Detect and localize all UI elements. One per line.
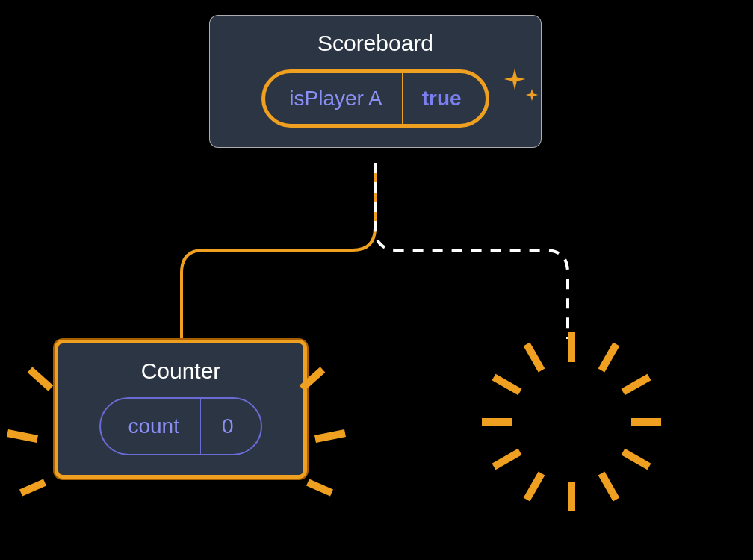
svg-line-16 — [494, 377, 520, 392]
state-value: 0 — [201, 399, 261, 454]
svg-line-13 — [527, 473, 542, 500]
svg-line-0 — [30, 370, 51, 388]
svg-line-10 — [623, 452, 649, 467]
state-value: true — [403, 73, 486, 124]
svg-line-4 — [315, 433, 345, 439]
svg-line-2 — [21, 482, 45, 493]
svg-line-17 — [527, 344, 542, 370]
svg-line-8 — [623, 377, 649, 392]
diagram-canvas: Scoreboard isPlayer A true Counter count… — [0, 0, 753, 560]
svg-line-5 — [308, 482, 332, 493]
counter-node: Counter count 0 — [54, 339, 308, 479]
scoreboard-title: Scoreboard — [232, 31, 518, 56]
svg-line-11 — [601, 473, 616, 500]
counter-state-pill: count 0 — [99, 397, 261, 455]
state-label: count — [101, 399, 201, 454]
sparkle-icon — [502, 66, 527, 92]
scoreboard-state-pill: isPlayer A true — [261, 69, 489, 128]
sparkle-icon — [524, 87, 539, 102]
svg-line-7 — [601, 344, 616, 370]
svg-line-1 — [7, 433, 37, 439]
counter-title: Counter — [81, 358, 281, 384]
burst-icon — [463, 314, 680, 530]
state-label: isPlayer A — [265, 73, 403, 124]
scoreboard-node: Scoreboard isPlayer A true — [209, 15, 542, 148]
svg-line-14 — [494, 452, 520, 467]
